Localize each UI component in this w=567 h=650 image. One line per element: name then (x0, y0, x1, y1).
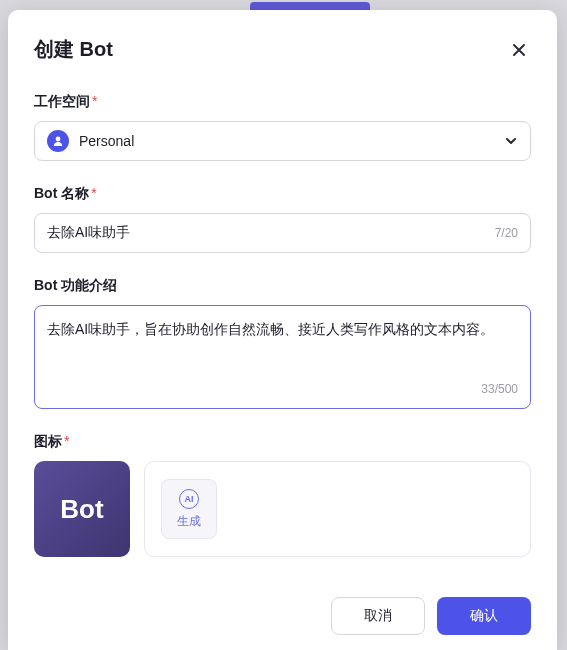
bot-icon-text: Bot (60, 494, 103, 525)
bot-name-label-text: Bot 名称 (34, 185, 89, 201)
icon-row: Bot AI 生成 (34, 461, 531, 557)
workspace-select[interactable]: Personal (34, 121, 531, 161)
bot-description-label-text: Bot 功能介绍 (34, 277, 117, 293)
icon-field: 图标* Bot AI 生成 (34, 433, 531, 557)
chevron-down-icon (504, 134, 518, 148)
close-button[interactable] (507, 38, 531, 62)
bot-description-label: Bot 功能介绍 (34, 277, 531, 295)
create-bot-modal: 创建 Bot 工作空间* Personal Bot 名称* 7/20 Bot 功… (8, 10, 557, 650)
cancel-button[interactable]: 取消 (331, 597, 425, 635)
icon-label: 图标* (34, 433, 531, 451)
modal-header: 创建 Bot (34, 36, 531, 63)
workspace-field: 工作空间* Personal (34, 93, 531, 161)
close-icon (511, 42, 527, 58)
generate-icon-button[interactable]: AI 生成 (161, 479, 217, 539)
svg-point-0 (56, 137, 61, 142)
bot-description-char-count: 33/500 (47, 382, 518, 396)
ai-badge-text: AI (185, 494, 194, 504)
bot-name-input[interactable] (47, 225, 495, 241)
workspace-value: Personal (79, 133, 504, 149)
workspace-label-text: 工作空间 (34, 93, 90, 109)
bot-name-label: Bot 名称* (34, 185, 531, 203)
confirm-button[interactable]: 确认 (437, 597, 531, 635)
bot-name-field: Bot 名称* 7/20 (34, 185, 531, 253)
workspace-label: 工作空间* (34, 93, 531, 111)
icon-generate-panel: AI 生成 (144, 461, 531, 557)
person-icon (47, 130, 69, 152)
bot-name-input-wrap: 7/20 (34, 213, 531, 253)
bot-name-char-count: 7/20 (495, 226, 518, 240)
modal-title: 创建 Bot (34, 36, 113, 63)
generate-label: 生成 (177, 513, 201, 530)
ai-icon: AI (179, 489, 199, 509)
bot-description-wrap: 33/500 (34, 305, 531, 409)
required-mark: * (92, 93, 97, 109)
icon-label-text: 图标 (34, 433, 62, 449)
required-mark: * (64, 433, 69, 449)
bot-description-field: Bot 功能介绍 33/500 (34, 277, 531, 409)
bot-description-textarea[interactable] (47, 318, 518, 372)
required-mark: * (91, 185, 96, 201)
modal-footer: 取消 确认 (34, 581, 531, 635)
bot-icon-preview[interactable]: Bot (34, 461, 130, 557)
